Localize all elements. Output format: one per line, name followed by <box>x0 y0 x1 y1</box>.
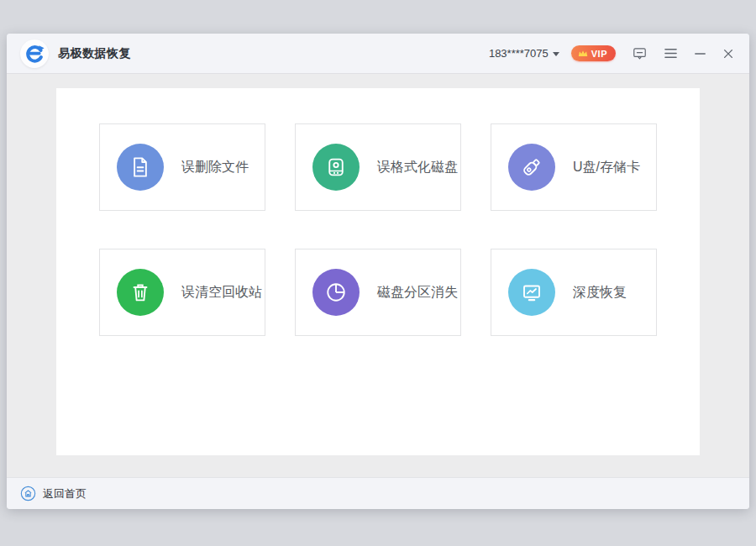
footer-bar: 返回首页 <box>7 477 749 509</box>
account-dropdown[interactable]: 183****7075 <box>489 47 559 60</box>
card-formatted-disk[interactable]: 误格式化磁盘 <box>295 123 461 211</box>
app-logo <box>20 39 49 68</box>
close-button[interactable] <box>722 48 734 60</box>
crown-icon <box>578 50 588 57</box>
card-label: 磁盘分区消失 <box>377 284 458 302</box>
close-icon <box>722 48 734 60</box>
card-usb-storage[interactable]: U盘/存储卡 <box>491 123 657 211</box>
document-icon <box>117 144 164 191</box>
feedback-message-icon <box>632 45 648 61</box>
back-home-label: 返回首页 <box>43 486 87 501</box>
usb-drive-icon <box>508 144 555 191</box>
recovery-modes-panel: 误删除文件 误格式化磁盘 <box>56 88 700 455</box>
account-number: 183****7075 <box>489 47 549 60</box>
monitor-icon <box>508 269 555 316</box>
feedback-button[interactable] <box>632 45 648 61</box>
card-label: 误格式化磁盘 <box>377 159 458 176</box>
card-lost-partition[interactable]: 磁盘分区消失 <box>295 249 461 336</box>
card-deep-recovery[interactable]: 深度恢复 <box>491 249 657 336</box>
card-recycle-bin[interactable]: 误清空回收站 <box>99 249 265 336</box>
card-label: 误清空回收站 <box>181 284 262 302</box>
home-icon <box>20 486 36 501</box>
chevron-down-icon <box>553 52 559 56</box>
app-title: 易极数据恢复 <box>58 46 131 61</box>
main-content: 误删除文件 误格式化磁盘 <box>7 74 749 477</box>
minimize-button[interactable] <box>694 47 706 60</box>
pie-chart-icon <box>312 269 360 316</box>
app-window: 易极数据恢复 183****7075 VIP <box>7 34 749 509</box>
back-home-button[interactable]: 返回首页 <box>20 486 87 501</box>
logo-e-icon <box>24 43 45 65</box>
hard-disk-icon <box>312 144 360 191</box>
menu-button[interactable] <box>664 47 678 60</box>
vip-label: VIP <box>591 49 607 59</box>
title-bar: 易极数据恢复 183****7075 VIP <box>7 34 749 74</box>
card-label: 误删除文件 <box>181 159 249 176</box>
menu-icon <box>664 47 678 60</box>
recovery-cards-grid: 误删除文件 误格式化磁盘 <box>99 123 657 336</box>
trash-icon <box>117 269 164 316</box>
vip-badge[interactable]: VIP <box>571 45 616 61</box>
card-deleted-files[interactable]: 误删除文件 <box>99 123 265 211</box>
minimize-icon <box>694 47 706 60</box>
card-label: 深度恢复 <box>573 284 627 302</box>
card-label: U盘/存储卡 <box>573 159 640 176</box>
